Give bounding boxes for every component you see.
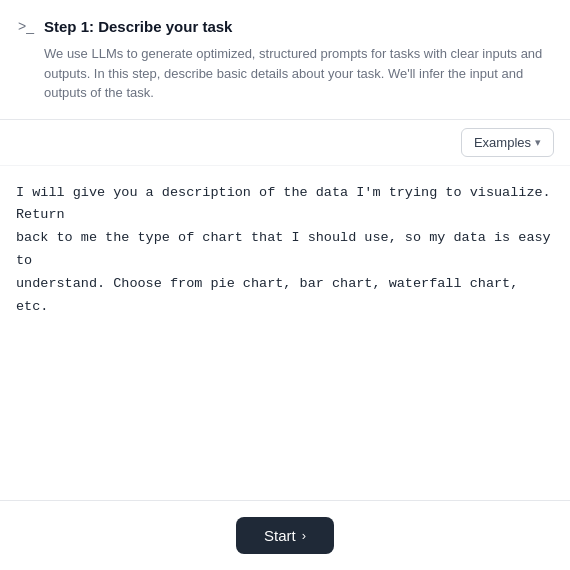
step-title-row: >_ Step 1: Describe your task <box>16 16 554 36</box>
header-section: >_ Step 1: Describe your task We use LLM… <box>0 0 570 120</box>
examples-button[interactable]: Examples ▾ <box>461 128 554 157</box>
page-container: >_ Step 1: Describe your task We use LLM… <box>0 0 570 570</box>
main-content: I will give you a description of the dat… <box>0 166 570 501</box>
toolbar: Examples ▾ <box>0 120 570 166</box>
start-chevron-icon: › <box>302 528 306 543</box>
footer: Start › <box>0 500 570 570</box>
step-icon: >_ <box>16 16 36 36</box>
step-description: We use LLMs to generate optimized, struc… <box>16 44 554 103</box>
examples-label: Examples <box>474 135 531 150</box>
start-label: Start <box>264 527 296 544</box>
task-text: I will give you a description of the dat… <box>16 182 554 320</box>
start-button[interactable]: Start › <box>236 517 334 554</box>
step-title: Step 1: Describe your task <box>44 18 232 35</box>
chevron-down-icon: ▾ <box>535 136 541 149</box>
